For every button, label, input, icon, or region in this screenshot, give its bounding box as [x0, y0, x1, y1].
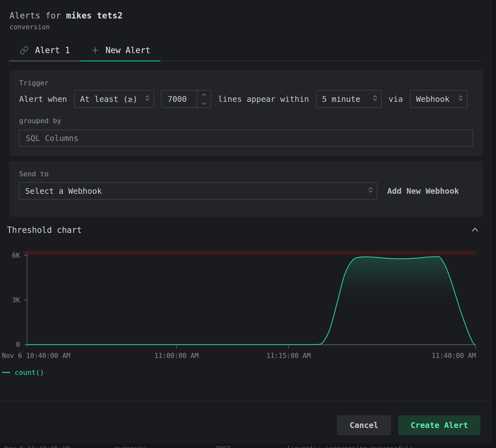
tab-new-alert[interactable]: New Alert	[80, 46, 161, 61]
title-source-name: mikes tets2	[66, 11, 123, 20]
log-message: {'event': 'conversion successful'	[287, 444, 413, 448]
chart-area: 6K 3K 0	[2, 251, 490, 350]
webhook-select-placeholder: Select a Webhook	[25, 186, 102, 196]
page-background: Nov 6 11:40:45 AM currency INFO {'event'…	[0, 0, 496, 448]
legend-line-swatch	[2, 372, 10, 373]
condition-select[interactable]: At least (≥)	[74, 90, 154, 108]
threshold-number-box	[161, 90, 211, 108]
via-label: via	[389, 94, 403, 104]
trigger-row: Alert when At least (≥)	[19, 90, 473, 108]
x-axis-labels: Nov 6 10:40:00 AM 11:00:00 AM 11:15:00 A…	[2, 351, 476, 361]
threshold-decrement-button[interactable]	[197, 99, 211, 108]
threshold-spinner	[197, 90, 211, 108]
y-tick-label: 0	[16, 340, 20, 349]
y-axis-labels: 6K 3K 0	[2, 251, 23, 350]
grouped-by-label: grouped by	[19, 117, 473, 125]
chart-title: Threshold chart	[7, 225, 82, 235]
cancel-button[interactable]: Cancel	[337, 415, 391, 435]
chart-plot	[23, 251, 476, 350]
send-to-row: Select a Webhook Add New Webhook	[19, 182, 473, 200]
tab-alert-1[interactable]: Alert 1	[9, 46, 80, 61]
threshold-band	[23, 251, 476, 255]
x-tick-label: 11:00:00 AM	[154, 352, 199, 360]
tab-new-alert-label: New Alert	[106, 46, 151, 55]
title-prefix: Alerts for	[10, 11, 66, 20]
send-to-section: Send to Select a Webhook Add New Webhook	[10, 161, 483, 217]
chevron-up-down-icon	[458, 93, 463, 105]
channel-select[interactable]: Webhook	[410, 90, 467, 108]
y-tick-label: 6K	[12, 251, 20, 260]
y-tick-label: 3K	[12, 296, 20, 304]
tab-alert-1-label: Alert 1	[35, 46, 70, 55]
threshold-input[interactable]	[161, 90, 197, 108]
modal-subtitle: conversion	[10, 23, 483, 31]
chevron-up-down-icon	[368, 185, 373, 197]
condition-value: At least (≥)	[80, 94, 138, 104]
collapse-chart-button[interactable]	[469, 225, 481, 235]
chevron-up-icon	[471, 229, 479, 234]
send-to-label: Send to	[19, 170, 473, 178]
modal-title: Alerts for mikes tets2	[10, 11, 483, 20]
interval-select[interactable]: 5 minute	[316, 90, 382, 108]
trigger-label: Trigger	[19, 79, 473, 87]
log-service: currency	[115, 444, 145, 448]
alerts-modal: Alerts for mikes tets2 conversion Alert …	[0, 0, 492, 444]
create-alert-button[interactable]: Create Alert	[398, 415, 480, 435]
chart-title-row: Threshold chart	[2, 225, 490, 235]
grouped-by-input[interactable]	[19, 130, 473, 146]
legend-series-name: count()	[15, 368, 44, 376]
plus-icon	[91, 46, 99, 54]
link-icon	[20, 46, 29, 55]
background-log-row: Nov 6 11:40:45 AM currency INFO {'event'…	[0, 444, 496, 448]
lines-appear-within-label: lines appear within	[218, 94, 309, 104]
log-timestamp: Nov 6 11:40:45 AM	[4, 444, 70, 448]
log-level: INFO	[215, 444, 230, 448]
x-tick-label: Nov 6 10:40:00 AM	[2, 352, 70, 360]
x-tick-label: 11:40:00 AM	[432, 352, 476, 360]
webhook-select[interactable]: Select a Webhook	[19, 182, 377, 200]
channel-value: Webhook	[416, 94, 450, 104]
modal-footer: Cancel Create Alert	[0, 401, 492, 444]
x-tick-label: 11:15:00 AM	[266, 352, 311, 360]
chevron-up-down-icon	[372, 93, 378, 105]
modal-header: Alerts for mikes tets2 conversion	[0, 0, 492, 31]
chart-area-fill	[27, 256, 475, 345]
threshold-chart-block: Threshold chart 6K 3K 0	[0, 225, 492, 376]
chevron-up-down-icon	[145, 93, 150, 105]
alert-tabs: Alert 1 New Alert	[9, 46, 483, 61]
chart-legend: count()	[2, 368, 490, 376]
threshold-increment-button[interactable]	[197, 90, 211, 99]
interval-value: 5 minute	[322, 94, 360, 104]
add-new-webhook-button[interactable]: Add New Webhook	[385, 186, 461, 196]
alert-when-label: Alert when	[19, 94, 67, 104]
trigger-section: Trigger Alert when At least (≥)	[10, 70, 483, 156]
